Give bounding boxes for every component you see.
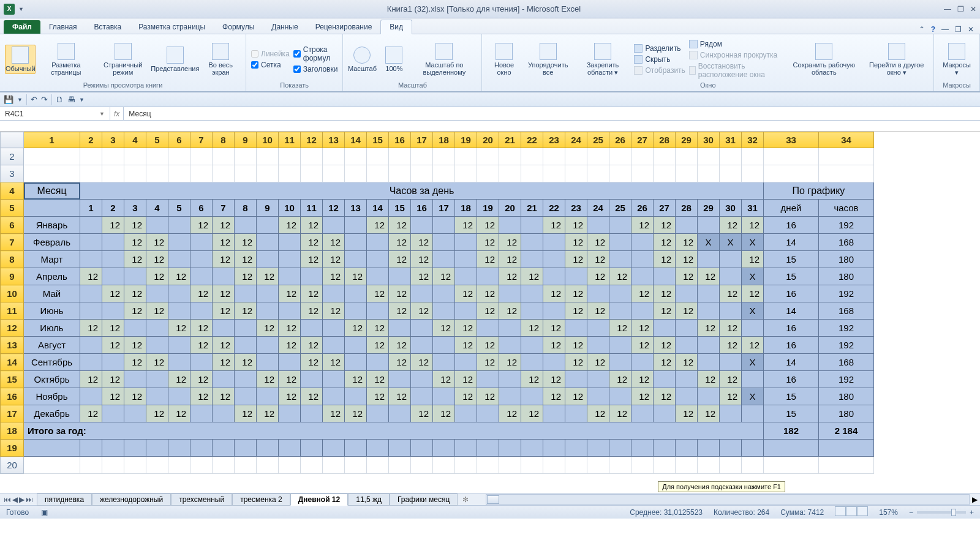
column-header[interactable]: 10: [257, 132, 279, 148]
column-header[interactable]: 13: [323, 132, 345, 148]
sheet-tab[interactable]: 11,5 жд: [348, 493, 390, 506]
tab-Вставка[interactable]: Вставка: [86, 20, 130, 34]
doc-restore-icon[interactable]: ❐: [955, 25, 962, 34]
column-header[interactable]: 18: [433, 132, 455, 148]
tab-Рецензирование[interactable]: Рецензирование: [307, 20, 381, 34]
column-header[interactable]: 21: [499, 132, 521, 148]
chk-gridlines[interactable]: Сетка: [251, 61, 290, 69]
sheet-nav[interactable]: ⏮◀▶⏭: [0, 495, 37, 504]
help-icon[interactable]: ?: [931, 25, 935, 34]
sheet-tab[interactable]: Графики месяц: [390, 493, 458, 506]
zoom-selection-button[interactable]: Масштаб по выделенному: [412, 42, 477, 77]
scroll-right-icon[interactable]: ▶: [970, 495, 980, 504]
switch-windows-button[interactable]: Перейти в другое окно ▾: [864, 42, 929, 77]
tab-Данные[interactable]: Данные: [263, 20, 306, 34]
column-header[interactable]: 30: [698, 132, 720, 148]
hide-button[interactable]: Скрыть: [634, 55, 685, 64]
grid[interactable]: 1234567891011121314151617181920212223242…: [0, 132, 874, 474]
view-mode-buttons[interactable]: [835, 506, 868, 518]
column-header[interactable]: 1: [24, 132, 80, 148]
tab-Главная[interactable]: Главная: [40, 20, 86, 34]
active-cell[interactable]: Месяц: [24, 182, 80, 200]
row-header[interactable]: 4: [1, 182, 24, 200]
minimize-ribbon-icon[interactable]: ⌃: [919, 25, 925, 34]
qat-dropdown-2[interactable]: ▼: [79, 97, 85, 103]
tab-Вид[interactable]: Вид: [380, 20, 412, 34]
column-header[interactable]: 29: [676, 132, 698, 148]
column-header[interactable]: 31: [720, 132, 742, 148]
worksheet[interactable]: 1234567891011121314151617181920212223242…: [0, 132, 980, 493]
row-header[interactable]: 2: [1, 148, 24, 165]
print-preview-icon[interactable]: 🗋: [56, 95, 64, 104]
column-header[interactable]: 14: [345, 132, 367, 148]
zoom-button[interactable]: Масштаб: [348, 45, 376, 73]
view-normal-button[interactable]: Обычный: [5, 45, 36, 74]
zoom-slider[interactable]: −+: [909, 508, 974, 517]
split-button[interactable]: Разделить: [634, 44, 685, 53]
close-icon[interactable]: ✕: [970, 5, 976, 13]
tab-file[interactable]: Файл: [4, 20, 40, 34]
column-header[interactable]: 33: [764, 132, 819, 148]
tab-Формулы[interactable]: Формулы: [214, 20, 263, 34]
select-all-corner[interactable]: [1, 132, 24, 148]
column-header[interactable]: 4: [124, 132, 146, 148]
column-header[interactable]: 22: [521, 132, 543, 148]
column-header[interactable]: 6: [168, 132, 190, 148]
formula-input[interactable]: Месяц: [124, 107, 980, 120]
column-header[interactable]: 8: [213, 132, 235, 148]
sheet-tab[interactable]: пятидневка: [37, 493, 92, 506]
column-header[interactable]: 34: [819, 132, 874, 148]
zoom-level[interactable]: 157%: [879, 508, 898, 517]
doc-minimize-icon[interactable]: —: [941, 25, 949, 34]
macros-button[interactable]: Макросы ▾: [939, 42, 974, 77]
column-header[interactable]: 7: [190, 132, 213, 148]
column-header[interactable]: 3: [102, 132, 124, 148]
column-header[interactable]: 25: [587, 132, 609, 148]
new-sheet-icon[interactable]: ✻: [458, 495, 473, 504]
column-header[interactable]: 5: [146, 132, 168, 148]
column-header[interactable]: 28: [654, 132, 676, 148]
column-header[interactable]: 15: [367, 132, 389, 148]
chk-headings[interactable]: Заголовки: [293, 65, 338, 73]
save-icon[interactable]: 💾: [4, 95, 13, 104]
column-header[interactable]: 12: [301, 132, 323, 148]
column-header[interactable]: 11: [279, 132, 301, 148]
view-fullscreen-button[interactable]: Во весь экран: [200, 42, 241, 77]
arrange-all-button[interactable]: Упорядочить все: [525, 42, 571, 77]
sheet-tab[interactable]: тресменка 2: [232, 493, 290, 506]
freeze-panes-button[interactable]: Закрепить области ▾: [575, 42, 631, 77]
qat-dropdown[interactable]: ▼: [17, 97, 23, 103]
sheet-tab[interactable]: трехсменный: [171, 493, 232, 506]
sheet-tab[interactable]: Дневной 12: [290, 493, 348, 506]
column-header[interactable]: 26: [609, 132, 631, 148]
qat-dropdown-icon[interactable]: ▼: [18, 6, 24, 12]
scroll-thumb[interactable]: [487, 495, 499, 504]
fx-button[interactable]: fx: [110, 107, 124, 120]
column-header[interactable]: 9: [235, 132, 257, 148]
view-page-break-button[interactable]: Страничный режим: [96, 42, 149, 77]
side-by-side-button[interactable]: Рядом: [689, 40, 783, 48]
restore-icon[interactable]: ❐: [957, 5, 964, 13]
chevron-down-icon[interactable]: ▼: [99, 111, 105, 117]
horizontal-scrollbar[interactable]: Для получения подсказки нажмите F1: [486, 494, 970, 505]
column-header[interactable]: 23: [543, 132, 565, 148]
column-header[interactable]: 27: [631, 132, 654, 148]
tab-Разметка страницы[interactable]: Разметка страницы: [130, 20, 214, 34]
column-header[interactable]: 17: [411, 132, 433, 148]
save-workspace-button[interactable]: Сохранить рабочую область: [787, 42, 861, 77]
record-macro-icon[interactable]: ▣: [41, 508, 48, 517]
row-header[interactable]: 3: [1, 165, 24, 182]
name-box[interactable]: R4C1▼: [0, 107, 110, 120]
chk-formula-bar[interactable]: Строка формул: [293, 45, 338, 62]
column-header[interactable]: 24: [565, 132, 587, 148]
print-icon[interactable]: 🖶: [67, 95, 75, 104]
zoom-100-button[interactable]: 100%: [380, 45, 408, 73]
column-header[interactable]: 32: [742, 132, 764, 148]
view-page-layout-button[interactable]: Разметка страницы: [39, 42, 92, 77]
view-custom-button[interactable]: Представления: [153, 45, 197, 73]
doc-close-icon[interactable]: ✕: [968, 25, 974, 34]
sheet-tab[interactable]: железнодорожный: [92, 493, 171, 506]
column-header[interactable]: 20: [477, 132, 499, 148]
redo-icon[interactable]: ↷: [41, 95, 48, 104]
column-header[interactable]: 19: [455, 132, 477, 148]
